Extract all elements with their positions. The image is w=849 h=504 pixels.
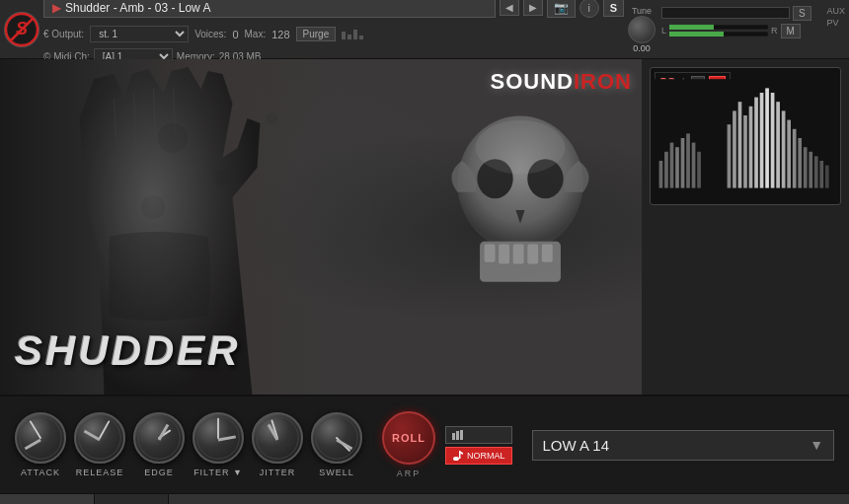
arp-section: ROLL ARP bbox=[382, 411, 435, 478]
svg-rect-26 bbox=[681, 138, 685, 188]
svg-rect-5 bbox=[669, 32, 724, 36]
svg-line-52 bbox=[100, 421, 109, 438]
output-label: € Output: bbox=[43, 29, 84, 39]
svg-rect-31 bbox=[733, 110, 736, 187]
svg-rect-40 bbox=[782, 110, 786, 187]
svg-rect-48 bbox=[825, 166, 829, 188]
preset-bottom-row: € Output: st. 1 Voices: 0 Max: 128 Purge bbox=[43, 22, 624, 47]
bar-mode-button[interactable] bbox=[445, 426, 512, 444]
svg-rect-4 bbox=[669, 25, 714, 30]
preset-top-row: ▶ Shudder - Amb - 03 - Low A ◀ ▶ 📷 i S bbox=[43, 0, 624, 22]
stereo-meter bbox=[669, 25, 768, 36]
svg-point-10 bbox=[266, 112, 277, 124]
tune-row: Tune 0.00 S L R M bbox=[628, 6, 845, 53]
svg-line-58 bbox=[271, 420, 277, 438]
tune-controls-row: S bbox=[661, 6, 820, 21]
main-area: SOUNDIRON SHUDDER 32 ▲ ▼ H ▣ bbox=[0, 59, 849, 395]
normal-mode-button[interactable]: NORMAL bbox=[445, 447, 512, 465]
patch-dropdown-arrow-icon: ▼ bbox=[810, 437, 823, 453]
purge-button[interactable]: Purge bbox=[296, 27, 337, 41]
attack-label: ATTACK bbox=[21, 468, 60, 477]
voice-bar-4 bbox=[359, 36, 363, 39]
swell-label: SWELL bbox=[319, 468, 354, 477]
info-button[interactable]: i bbox=[579, 0, 599, 18]
prev-preset-button[interactable]: ◀ bbox=[500, 0, 519, 16]
knobs-row: ATTACK RELEASE EDGE bbox=[15, 412, 362, 477]
right-panel: Tune 0.00 S L R M bbox=[628, 6, 845, 53]
svg-rect-39 bbox=[776, 102, 780, 187]
m-button-right[interactable]: M bbox=[781, 24, 801, 38]
svg-rect-16 bbox=[499, 245, 509, 264]
swell-knob[interactable] bbox=[311, 412, 362, 464]
svg-rect-62 bbox=[456, 431, 459, 440]
controls-panel: 32 ▲ ▼ H ▣ bbox=[642, 59, 849, 395]
artwork-background: SOUNDIRON SHUDDER bbox=[0, 59, 642, 395]
s-button[interactable]: S bbox=[603, 0, 624, 17]
tune-value: 0.00 bbox=[633, 43, 651, 53]
edge-knob-item: EDGE bbox=[133, 412, 185, 477]
voices-value: 0 bbox=[232, 29, 238, 40]
tune-bar[interactable] bbox=[661, 7, 790, 19]
fx-rack-tab[interactable]: FX Rack bbox=[95, 494, 169, 504]
preset-arrow-icon: ▶ bbox=[52, 1, 61, 15]
edge-knob[interactable] bbox=[133, 412, 185, 464]
filter-knob-item: FILTER ▼ bbox=[193, 412, 244, 477]
svg-rect-25 bbox=[675, 147, 679, 187]
bottom-controls: ATTACK RELEASE EDGE bbox=[0, 395, 849, 493]
waveform-display: 32 ▲ ▼ H ▣ bbox=[650, 67, 841, 205]
performance-tab[interactable]: Performance bbox=[0, 494, 95, 504]
soundiron-logo: SOUNDIRON bbox=[491, 69, 632, 95]
level-r-label: R bbox=[771, 26, 778, 36]
svg-rect-17 bbox=[512, 245, 523, 264]
patch-selector: LOW A 14 ▼ bbox=[532, 430, 834, 461]
arp-label: ARP bbox=[397, 468, 422, 478]
skull-icon bbox=[430, 93, 610, 327]
svg-rect-63 bbox=[460, 430, 463, 440]
snapshot-button[interactable]: 📷 bbox=[547, 0, 576, 18]
edge-knob-indicator bbox=[135, 414, 183, 462]
output-select[interactable]: st. 1 bbox=[90, 26, 189, 42]
jitter-knob[interactable] bbox=[252, 412, 303, 464]
max-label: Max: bbox=[245, 29, 267, 39]
svg-line-1 bbox=[10, 18, 34, 41]
attack-knob-indicator bbox=[17, 414, 64, 462]
waveform-svg bbox=[651, 68, 840, 204]
svg-rect-27 bbox=[686, 133, 690, 187]
s-button-right[interactable]: S bbox=[793, 6, 811, 21]
controls-spacer bbox=[650, 211, 841, 387]
attack-knob[interactable] bbox=[15, 412, 66, 464]
svg-point-57 bbox=[257, 417, 298, 459]
tune-knob[interactable] bbox=[628, 16, 656, 43]
svg-line-54 bbox=[159, 431, 170, 438]
svg-rect-29 bbox=[697, 152, 701, 188]
svg-line-50 bbox=[31, 421, 40, 438]
next-preset-button[interactable]: ▶ bbox=[523, 0, 543, 16]
svg-point-7 bbox=[158, 123, 188, 153]
filter-label-text: FILTER ▼ bbox=[193, 468, 243, 477]
svg-point-9 bbox=[141, 195, 165, 219]
tune-section: Tune 0.00 bbox=[628, 6, 656, 53]
svg-point-8 bbox=[214, 170, 230, 185]
svg-rect-23 bbox=[664, 152, 668, 188]
edge-label: EDGE bbox=[144, 468, 174, 477]
preset-name-text: Shudder - Amb - 03 - Low A bbox=[65, 1, 210, 15]
svg-point-59 bbox=[316, 417, 357, 459]
svg-rect-19 bbox=[541, 245, 552, 262]
jitter-knob-item: JITTER bbox=[252, 412, 303, 477]
aux-pv-section: AUX PV bbox=[826, 6, 845, 28]
patch-dropdown[interactable]: LOW A 14 ▼ bbox=[532, 430, 834, 461]
svg-rect-37 bbox=[765, 88, 769, 187]
svg-rect-43 bbox=[798, 138, 802, 188]
max-value: 128 bbox=[271, 29, 289, 40]
patch-name: LOW A 14 bbox=[543, 437, 610, 454]
iron-text: IRON bbox=[574, 69, 632, 94]
swell-knob-item: SWELL bbox=[311, 412, 362, 477]
roll-button[interactable]: ROLL bbox=[382, 411, 435, 465]
pv-label: PV bbox=[826, 18, 845, 28]
bar-chart-icon bbox=[452, 430, 464, 440]
filter-knob-indicator bbox=[194, 414, 242, 462]
release-knob[interactable] bbox=[74, 412, 125, 464]
filter-knob[interactable] bbox=[193, 412, 244, 464]
attack-knob-item: ATTACK bbox=[15, 412, 66, 477]
top-bar: S ▶ Shudder - Amb - 03 - Low A ◀ ▶ 📷 i S… bbox=[0, 0, 849, 59]
